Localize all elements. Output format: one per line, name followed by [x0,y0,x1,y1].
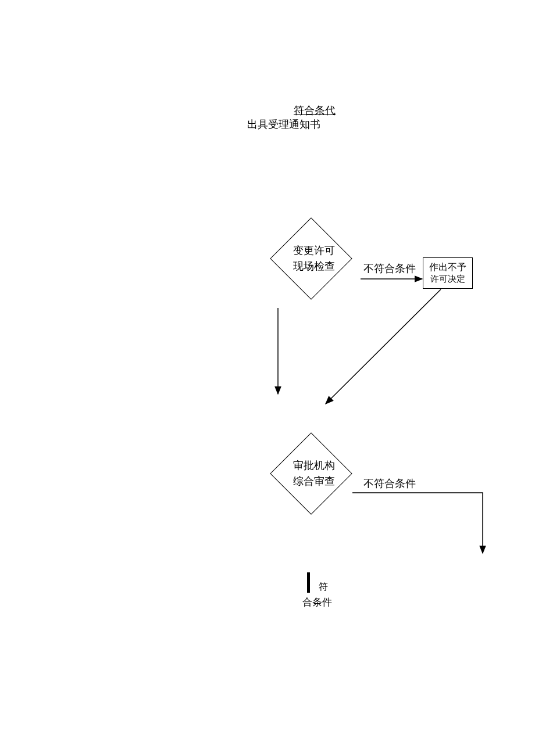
rect1-line2: 许可决定 [430,274,465,285]
vertical-bar-icon [307,572,310,593]
rect-deny-decision: 作出不予 许可决定 [423,257,473,289]
arrow-diamond2-right-down [352,493,483,553]
arrow-rect1-diagonal [326,289,441,404]
header-subtitle: 出具受理通知书 [247,117,320,131]
diamond2-line1: 审批机构 [293,460,335,471]
edge-label-not-qualified-2: 不符合条件 [363,476,416,490]
diamond1-line1: 变更许可 [293,245,335,256]
flowchart-canvas: 符合条代 出具受理通知书 变更许可 现场检查 不符合条件 作出不予 许可决定 审… [0,0,535,756]
diamond1-line2: 现场检查 [293,260,335,272]
header-title: 符合条代 [294,103,336,117]
diamond1-label: 变更许可 现场检查 [288,243,340,274]
rect1-line1: 作出不予 [429,261,466,274]
arrows-layer [0,0,535,756]
bottom-text-part2: 合条件 [302,596,332,609]
diamond2-label: 审批机构 综合审查 [288,458,340,489]
bottom-text-part1: 符 [319,581,328,593]
diamond2-line2: 综合审查 [293,475,335,487]
edge-label-not-qualified-1: 不符合条件 [363,261,416,275]
